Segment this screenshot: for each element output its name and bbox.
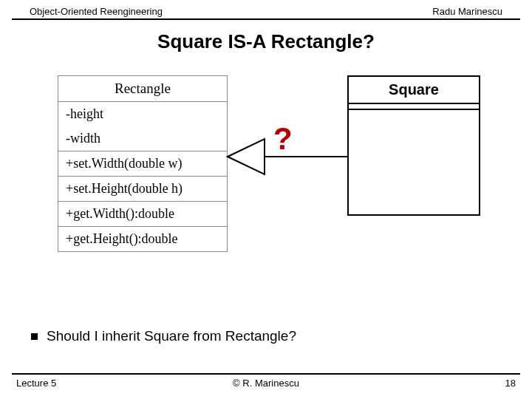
uml-method: +get.Height():double <box>58 227 228 252</box>
bullet-text: Should I inherit Square from Rectangle? <box>47 328 296 344</box>
slide-title: Square IS-A Rectangle? <box>0 30 532 53</box>
content-area: Rectangle -height -width +set.Width(doub… <box>0 75 532 297</box>
uml-method: +set.Height(double h) <box>58 177 228 202</box>
question-mark-icon: ? <box>273 121 293 157</box>
slide-header: Object-Oriented Reengineering Radu Marin… <box>12 0 520 20</box>
uml-attribute: -height <box>58 102 228 127</box>
slide-footer: Lecture 5 © R. Marinescu 18 <box>12 373 520 389</box>
uml-class-square: Square <box>347 75 480 216</box>
bullet-icon <box>31 333 38 340</box>
bullet-line: Should I inherit Square from Rectangle? <box>31 328 296 344</box>
uml-method: +set.Width(double w) <box>58 151 228 177</box>
uml-class-rectangle: Rectangle -height -width +set.Width(doub… <box>58 75 228 252</box>
uml-separator <box>349 104 479 110</box>
footer-left: Lecture 5 <box>16 378 56 389</box>
footer-page-number: 18 <box>505 378 516 389</box>
uml-class-name: Rectangle <box>58 76 228 102</box>
uml-attribute: -width <box>58 126 228 151</box>
header-right: Radu Marinescu <box>432 6 502 17</box>
footer-center: © R. Marinescu <box>12 378 520 389</box>
header-left: Object-Oriented Reengineering <box>30 6 163 17</box>
uml-class-name: Square <box>349 77 479 104</box>
uml-method: +get.Width():double <box>58 202 228 227</box>
svg-marker-1 <box>228 139 265 174</box>
